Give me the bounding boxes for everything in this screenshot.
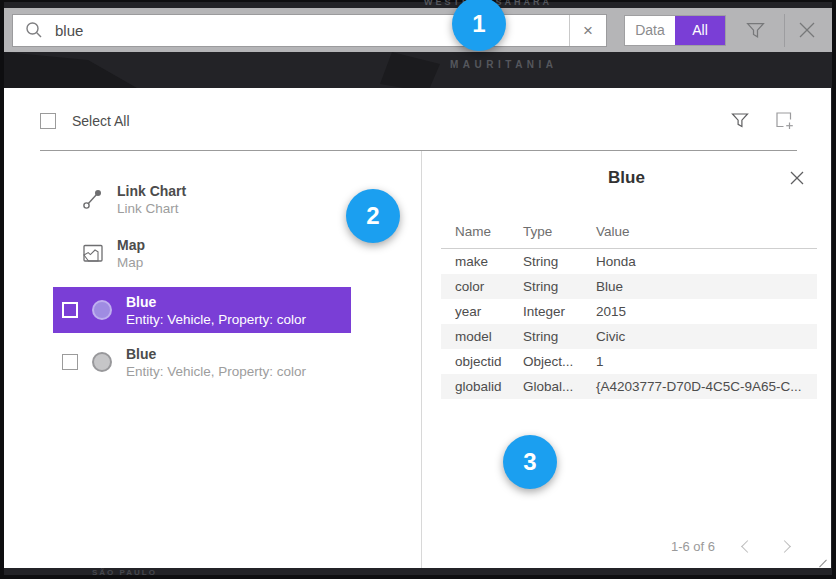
map-region-shape — [380, 52, 440, 92]
map-label-mauritania: MAURITANIA — [450, 59, 558, 70]
result-title: Blue — [126, 346, 306, 362]
pagination-prev-icon[interactable] — [741, 540, 754, 553]
filter-icon[interactable] — [745, 20, 766, 41]
entity-circle-icon — [92, 352, 112, 372]
result-subtitle: Link Chart — [117, 201, 186, 216]
clear-search-button[interactable]: × — [570, 15, 606, 46]
toggle-all-option[interactable]: All — [675, 16, 725, 45]
scope-toggle: Data All — [624, 15, 726, 46]
callout-badge-3: 3 — [503, 435, 557, 489]
result-title: Link Chart — [117, 183, 186, 199]
search-results-panel: Select All — [4, 88, 831, 568]
select-all-checkbox[interactable] — [40, 113, 56, 129]
table-row: globalid Global... {A4203777-D70D-4C5C-9… — [441, 374, 817, 399]
callout-badge-2: 2 — [346, 189, 400, 243]
select-all-label: Select All — [72, 113, 130, 129]
detail-panel: Blue Name Type Value — [422, 151, 831, 568]
screenshot-frame: WESTERN SAHARA MAURITANIA SÃO PAULO × Da… — [0, 0, 836, 579]
table-row: make String Honda — [441, 249, 817, 275]
column-header-type: Type — [509, 218, 582, 249]
pagination-next-icon[interactable] — [778, 540, 791, 553]
cell-value: Blue — [582, 274, 817, 299]
detail-close-icon[interactable] — [786, 167, 808, 189]
toggle-data-option[interactable]: Data — [625, 16, 675, 45]
cell-value: 2015 — [582, 299, 817, 324]
cell-type: Integer — [509, 299, 582, 324]
entity-circle-icon — [92, 300, 112, 320]
cell-type: String — [509, 324, 582, 349]
result-subtitle: Entity: Vehicle, Property: color — [126, 312, 306, 327]
search-toolbar: × Data All — [4, 8, 832, 52]
cell-name: color — [441, 274, 509, 299]
cell-name: objectid — [441, 349, 509, 374]
result-title: Map — [117, 237, 145, 253]
pagination: 1-6 of 6 — [671, 539, 789, 554]
toolbar-divider — [784, 14, 785, 47]
result-item-blue[interactable]: Blue Entity: Vehicle, Property: color — [53, 339, 351, 385]
select-all-control[interactable]: Select All — [40, 113, 130, 129]
results-filter-icon[interactable] — [730, 110, 750, 131]
result-checkbox[interactable] — [62, 354, 78, 370]
cell-name: globalid — [441, 374, 509, 399]
panel-resize-handle[interactable] — [819, 557, 828, 566]
cell-value: 1 — [582, 349, 817, 374]
link-chart-icon — [81, 186, 105, 212]
cell-name: make — [441, 249, 509, 275]
close-search-icon[interactable] — [792, 15, 822, 45]
result-title: Blue — [126, 294, 306, 310]
result-item-blue-selected[interactable]: Blue Entity: Vehicle, Property: color — [53, 287, 351, 333]
cell-type: Object... — [509, 349, 582, 374]
properties-table: Name Type Value make String Honda color — [441, 218, 817, 399]
cell-type: String — [509, 249, 582, 275]
add-to-selection-icon[interactable] — [774, 110, 795, 131]
cell-value: {A4203777-D70D-4C5C-9A65-C... — [582, 374, 817, 399]
map-icon — [81, 240, 105, 266]
column-header-name: Name — [441, 218, 509, 249]
search-icon — [25, 21, 43, 39]
cell-name: model — [441, 324, 509, 349]
column-header-value: Value — [582, 218, 817, 249]
cell-type: String — [509, 274, 582, 299]
table-row: color String Blue — [441, 274, 817, 299]
detail-title: Blue — [422, 168, 831, 188]
search-box: × — [12, 14, 607, 47]
result-subtitle: Map — [117, 255, 145, 270]
map-region-shape — [4, 52, 144, 92]
cell-value: Honda — [582, 249, 817, 275]
result-subtitle: Entity: Vehicle, Property: color — [126, 364, 306, 379]
table-row: year Integer 2015 — [441, 299, 817, 324]
cell-type: Global... — [509, 374, 582, 399]
table-header-row: Name Type Value — [441, 218, 817, 249]
map-label-sao-paulo: SÃO PAULO — [92, 568, 157, 577]
table-row: objectid Object... 1 — [441, 349, 817, 374]
cell-value: Civic — [582, 324, 817, 349]
result-checkbox[interactable] — [62, 302, 78, 318]
pagination-label: 1-6 of 6 — [671, 539, 715, 554]
cell-name: year — [441, 299, 509, 324]
table-row: model String Civic — [441, 324, 817, 349]
results-header: Select All — [4, 88, 831, 150]
